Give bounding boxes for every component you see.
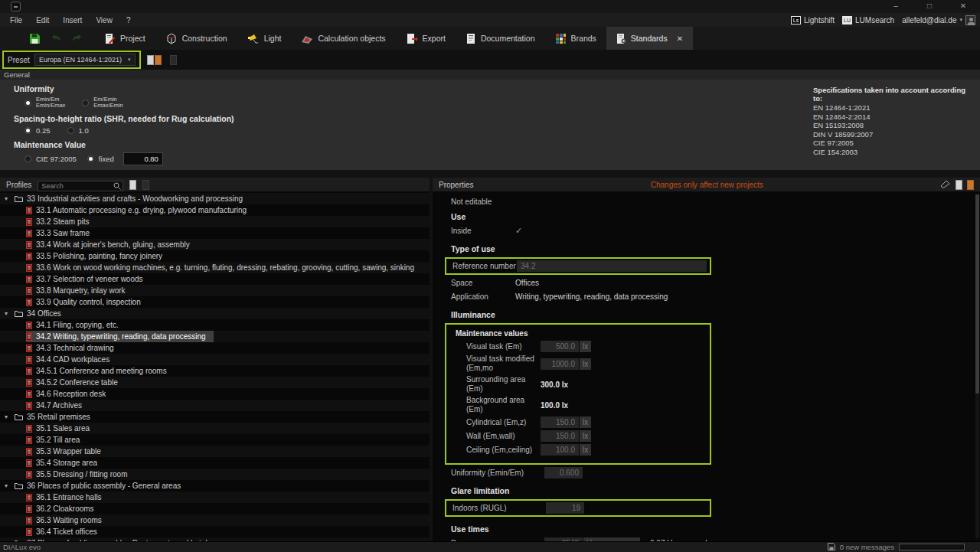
tree-item[interactable]: 36.3 Waiting rooms	[0, 514, 430, 526]
tree-group[interactable]: ▾ 35 Retail premises	[0, 411, 430, 423]
tree-item-hit[interactable]: 36.2 Cloakrooms	[26, 503, 102, 514]
property-input[interactable]: 100.0	[541, 444, 579, 456]
uniformity-option-1[interactable]: Emin/EmEmin/Emax	[24, 96, 65, 109]
search-input[interactable]	[38, 181, 123, 191]
tree-item-hit[interactable]: 36.3 Waiting rooms	[26, 514, 109, 526]
tree-group[interactable]: ▾ 36 Places of public assembly - General…	[0, 480, 430, 492]
expander-icon[interactable]: ▾	[5, 195, 11, 202]
property-input[interactable]: 1000.0	[541, 358, 579, 370]
tree-item[interactable]: 36.1 Entrance halls	[0, 492, 430, 503]
checkbox-checked-icon[interactable]: ✓	[515, 226, 522, 236]
scrollbar[interactable]	[975, 194, 979, 538]
avatar[interactable]	[965, 15, 975, 25]
tree-item-hit[interactable]: 35.1 Sales area	[26, 423, 97, 434]
tree-item-hit[interactable]: 33.8 Marquetry, inlay work	[26, 285, 133, 296]
tree-item-hit[interactable]: 33.1 Automatic processing e.g. drying, p…	[26, 204, 254, 216]
tab-calculation-objects[interactable]: Calculation objects	[291, 27, 395, 50]
list-view-icon[interactable]	[129, 180, 136, 190]
tree-item-hit[interactable]: 36.4 Ticket offices	[26, 526, 105, 537]
lumsearch-button[interactable]: LU LUMsearch	[842, 16, 894, 24]
panel-view-alt-icon[interactable]	[967, 180, 974, 190]
preset-dropdown[interactable]: Europa (EN 12464-1:2021) ▾	[34, 54, 136, 66]
tree-item-hit[interactable]: 33.5 Polishing, painting, fancy joinery	[26, 250, 170, 262]
tab-light[interactable]: Light	[237, 27, 292, 50]
expander-icon[interactable]: ▾	[5, 482, 11, 489]
tree-group[interactable]: ▾ 33 Industrial activities and crafts - …	[0, 193, 430, 204]
menu-item-edit[interactable]: Edit	[31, 15, 54, 26]
panel-view-icon[interactable]	[956, 180, 962, 190]
tree-item[interactable]: 33.8 Marquetry, inlay work	[0, 285, 430, 296]
tree-item[interactable]: 35.3 Wrapper table	[0, 446, 430, 457]
tree-item-hit[interactable]: 33.9 Quality control, inspection	[26, 296, 149, 308]
shr-option-025[interactable]: 0.25	[24, 126, 51, 135]
tab-documentation[interactable]: Documentation	[456, 27, 545, 50]
tree-item[interactable]: 33.3 Saw frame	[0, 227, 430, 239]
tree-item[interactable]: 34.1 Filing, copying, etc.	[0, 319, 430, 331]
tree-item-hit[interactable]: 33.3 Saw frame	[26, 227, 97, 239]
tree-item-hit[interactable]: 34.2 Writing, typewriting, reading, data…	[26, 331, 214, 342]
tree-item-hit[interactable]: 35.4 Storage area	[26, 457, 105, 469]
tree-item[interactable]: 33.7 Selection of veneer woods	[0, 273, 430, 285]
tree-item[interactable]: 35.4 Storage area	[0, 457, 430, 469]
property-input[interactable]: 500.0	[541, 341, 579, 352]
tree-group[interactable]: ▾ 34 Offices	[0, 308, 430, 319]
save-button[interactable]	[29, 33, 41, 44]
tree-item[interactable]: 34.2 Writing, typewriting, reading, data…	[0, 331, 430, 342]
tree-item-hit[interactable]: 33.6 Work on wood working machines, e.g.…	[26, 262, 422, 273]
tree-item[interactable]: 36.4 Ticket offices	[0, 526, 430, 537]
property-input[interactable]: 150.0	[541, 416, 579, 428]
tree-item[interactable]: 35.1 Sales area	[0, 423, 430, 434]
tab-construction[interactable]: Construction	[155, 27, 237, 50]
tree-item[interactable]: 34.4 CAD workplaces	[0, 354, 430, 365]
tab-project[interactable]: Project	[94, 27, 155, 50]
maintenance-value-input[interactable]: 0.80	[123, 152, 163, 165]
tree-item-hit[interactable]: 34.6 Reception desk	[26, 388, 113, 400]
tree-item[interactable]: 34.5.2 Conference table	[0, 377, 430, 388]
account-menu[interactable]: allefeld@dial.de ▾	[902, 15, 975, 25]
tree-item-hit[interactable]: 34.7 Archives	[26, 400, 90, 411]
reset-icon[interactable]	[940, 178, 951, 191]
tree-item[interactable]: 34.5.1 Conference and meeting rooms	[0, 365, 430, 377]
tree-item-hit[interactable]: 36.1 Entrance halls	[26, 492, 109, 503]
radio-icon[interactable]	[82, 100, 89, 106]
tree-item-hit[interactable]: 33.4 Work at joiner's bench, gluing, ass…	[26, 239, 198, 250]
tree-item-hit[interactable]: 34.4 CAD workplaces	[26, 354, 117, 365]
redo-icon[interactable]	[71, 34, 83, 43]
property-input[interactable]: 150.0	[541, 430, 579, 442]
undo-icon[interactable]	[50, 34, 62, 43]
menu-item-help[interactable]: ?	[121, 15, 136, 26]
menu-item-view[interactable]: View	[90, 15, 118, 26]
tree-item[interactable]: 35.2 Till area	[0, 434, 430, 446]
maximize-icon[interactable]: □	[913, 0, 946, 13]
tree-item-hit[interactable]: 35.3 Wrapper table	[26, 446, 109, 457]
tree-item-hit[interactable]: 35.5 Dressing / fitting room	[26, 469, 136, 480]
tab-brands[interactable]: Brands	[545, 27, 606, 50]
shr-option-10[interactable]: 1.0	[67, 126, 89, 135]
close-icon[interactable]: ✕	[946, 0, 980, 13]
uniformity-option-2[interactable]: Em/EminEmax/Emin	[82, 96, 122, 109]
tree-item[interactable]: 33.5 Polishing, painting, fancy joinery	[0, 250, 430, 262]
scrollbar-thumb[interactable]	[975, 194, 979, 394]
tree-item-hit[interactable]: 35.2 Till area	[26, 434, 87, 446]
tree-item[interactable]: 33.6 Work on wood working machines, e.g.…	[0, 262, 430, 273]
messages-count[interactable]: 0 new messages	[840, 543, 894, 551]
radio-icon[interactable]	[24, 155, 31, 162]
tree-item[interactable]: 33.1 Automatic processing e.g. drying, p…	[0, 204, 430, 216]
duplicate-preset-icon[interactable]	[155, 55, 162, 65]
property-input[interactable]: 19	[546, 502, 584, 514]
radio-selected-icon[interactable]	[87, 155, 94, 162]
tree-item[interactable]: 33.2 Steam pits	[0, 216, 430, 227]
tree-item-hit[interactable]: 33.7 Selection of veneer woods	[26, 273, 151, 285]
radio-icon[interactable]	[67, 127, 74, 134]
menu-item-file[interactable]: File	[5, 15, 28, 26]
maintenance-option-cie[interactable]: CIE 97:2005	[24, 155, 77, 163]
new-preset-icon[interactable]	[147, 55, 154, 65]
tree-item-hit[interactable]: 34.5.1 Conference and meeting rooms	[26, 365, 175, 377]
maintenance-option-fixed[interactable]: fixed 0.80	[87, 152, 163, 165]
tree-item[interactable]: 33.9 Quality control, inspection	[0, 296, 430, 308]
tree-item-hit[interactable]: 34.3 Technical drawing	[26, 342, 122, 354]
lightshift-button[interactable]: Ls Lightshift	[791, 16, 835, 24]
resize-grip[interactable]	[969, 544, 977, 551]
expander-icon[interactable]: ▾	[5, 310, 11, 317]
app-icon[interactable]	[11, 2, 21, 11]
